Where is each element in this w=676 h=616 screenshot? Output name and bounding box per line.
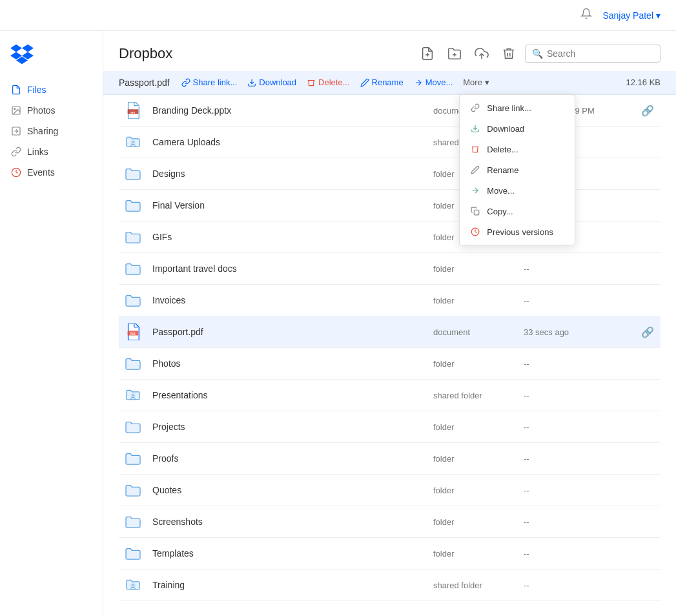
file-name-cell: Passport.pdf — [147, 316, 428, 348]
file-icon-cell — [119, 570, 147, 601]
move-button[interactable]: Move... — [410, 76, 457, 88]
dropdown-share-link[interactable]: Share link... — [460, 98, 575, 118]
table-row[interactable]: Designs folder -- — [119, 158, 661, 190]
svg-text:PDF: PDF — [130, 333, 136, 336]
file-icon-cell — [119, 443, 147, 475]
menu-delete-label: Delete... — [487, 145, 518, 154]
notifications-icon[interactable] — [580, 8, 592, 23]
file-name-cell: Photos — [147, 348, 428, 380]
table-row[interactable]: GIFs folder -- — [119, 221, 661, 253]
table-row[interactable]: Proofs folder -- — [119, 443, 661, 475]
file-type-cell: folder — [428, 348, 518, 380]
app-layout: Files Photos Sharing — [0, 31, 676, 616]
table-row[interactable]: Presentations shared folder -- — [119, 380, 661, 411]
move-label: Move... — [425, 77, 453, 87]
sidebar-item-sharing[interactable]: Sharing — [0, 121, 103, 141]
dropdown-move[interactable]: Move... — [460, 180, 575, 201]
file-icon-cell — [119, 348, 147, 380]
user-name-label: Sanjay Patel — [602, 10, 653, 21]
file-icon-cell: PDF — [119, 316, 147, 348]
download-button[interactable]: Download — [243, 76, 300, 88]
sidebar-links-label: Links — [27, 147, 48, 157]
dropdown-delete[interactable]: Delete... — [460, 139, 575, 159]
file-date-cell: -- — [518, 570, 635, 601]
file-type-cell: document — [428, 316, 518, 348]
upload-button[interactable] — [471, 44, 493, 63]
file-link-cell — [635, 158, 661, 190]
table-row[interactable]: Final Version folder -- — [119, 190, 661, 221]
logo — [0, 44, 103, 79]
topbar: Sanjay Patel ▾ — [0, 0, 676, 31]
file-type-icon — [124, 418, 142, 436]
file-type-icon — [124, 133, 142, 151]
table-row[interactable]: PPT Branding Deck.pptx document 8/21/201… — [119, 95, 661, 127]
more-button[interactable]: More ▾ — [459, 76, 493, 88]
file-type-icon — [124, 291, 142, 309]
user-menu[interactable]: Sanjay Patel ▾ — [602, 10, 661, 21]
file-icon-cell: PPT — [119, 95, 147, 127]
download-label: Download — [259, 77, 296, 87]
more-dropdown-container: More ▾ Share link... — [459, 76, 493, 88]
sidebar-item-photos[interactable]: Photos — [0, 100, 103, 121]
search-input[interactable] — [547, 48, 653, 59]
file-name-cell: Quotes — [147, 475, 428, 506]
file-type-cell: folder — [428, 253, 518, 285]
file-type-cell: folder — [428, 411, 518, 443]
rename-button[interactable]: Rename — [356, 76, 407, 88]
table-row[interactable]: Screenshots folder -- — [119, 506, 661, 538]
delete-ctx-button[interactable]: Delete... — [303, 76, 353, 88]
sidebar-item-files[interactable]: Files — [0, 79, 103, 100]
dropdown-download[interactable]: Download — [460, 118, 575, 139]
table-row[interactable]: Templates folder -- — [119, 538, 661, 570]
caret-icon: ▾ — [656, 10, 661, 21]
table-row[interactable]: Camera Uploads shared folder -- — [119, 127, 661, 158]
file-type-icon — [124, 196, 142, 214]
table-row[interactable]: Training shared folder -- — [119, 570, 661, 601]
file-type-cell: folder — [428, 475, 518, 506]
sidebar-item-links[interactable]: Links — [0, 141, 103, 162]
file-name-cell: Training — [147, 570, 428, 601]
sidebar-files-label: Files — [27, 85, 46, 95]
file-name-cell: Proofs — [147, 443, 428, 475]
sidebar-item-events[interactable]: Events — [0, 162, 103, 183]
new-folder-button[interactable] — [444, 44, 466, 63]
file-type-cell: shared folder — [428, 570, 518, 601]
more-caret-icon: ▾ — [485, 77, 489, 87]
file-name-cell: Presentations — [147, 380, 428, 411]
menu-download-label: Download — [487, 124, 524, 134]
file-icon-cell — [119, 411, 147, 443]
table-row[interactable]: Important travel docs folder -- — [119, 253, 661, 285]
file-icon-cell — [119, 221, 147, 253]
link-icon[interactable]: 🔗 — [641, 327, 654, 338]
file-type-icon — [124, 386, 142, 404]
rename-label: Rename — [372, 77, 404, 87]
delete-button[interactable] — [498, 44, 520, 63]
file-date-cell: -- — [518, 443, 635, 475]
dropdown-rename[interactable]: Rename — [460, 159, 575, 180]
file-name-cell: Important travel docs — [147, 253, 428, 285]
dropdown-previous-versions[interactable]: Previous versions — [460, 221, 575, 242]
table-row[interactable]: Invoices folder -- — [119, 285, 661, 316]
more-dropdown-menu: Share link... Download — [459, 94, 575, 245]
file-type-icon — [124, 260, 142, 278]
new-file-button[interactable] — [416, 44, 438, 63]
table-row[interactable]: PDF Passport.pdf document 33 secs ago 🔗 — [119, 316, 661, 348]
table-row[interactable]: Quotes folder -- — [119, 475, 661, 506]
main-content: Dropbox — [103, 31, 676, 616]
svg-rect-11 — [475, 210, 480, 215]
dropdown-copy[interactable]: Copy... — [460, 201, 575, 221]
file-icon-cell — [119, 127, 147, 158]
file-date-cell: -- — [518, 285, 635, 316]
file-link-cell — [635, 285, 661, 316]
file-name-cell: Screenshots — [147, 506, 428, 538]
file-name-cell: Invoices — [147, 285, 428, 316]
file-link-cell — [635, 380, 661, 411]
table-row[interactable]: Projects folder -- — [119, 411, 661, 443]
link-icon[interactable]: 🔗 — [641, 105, 654, 116]
svg-point-1 — [14, 108, 15, 110]
file-link-cell — [635, 411, 661, 443]
file-name-cell: Final Version — [147, 190, 428, 221]
share-link-button[interactable]: Share link... — [178, 76, 241, 88]
share-link-label: Share link... — [193, 77, 238, 87]
table-row[interactable]: Photos folder -- — [119, 348, 661, 380]
